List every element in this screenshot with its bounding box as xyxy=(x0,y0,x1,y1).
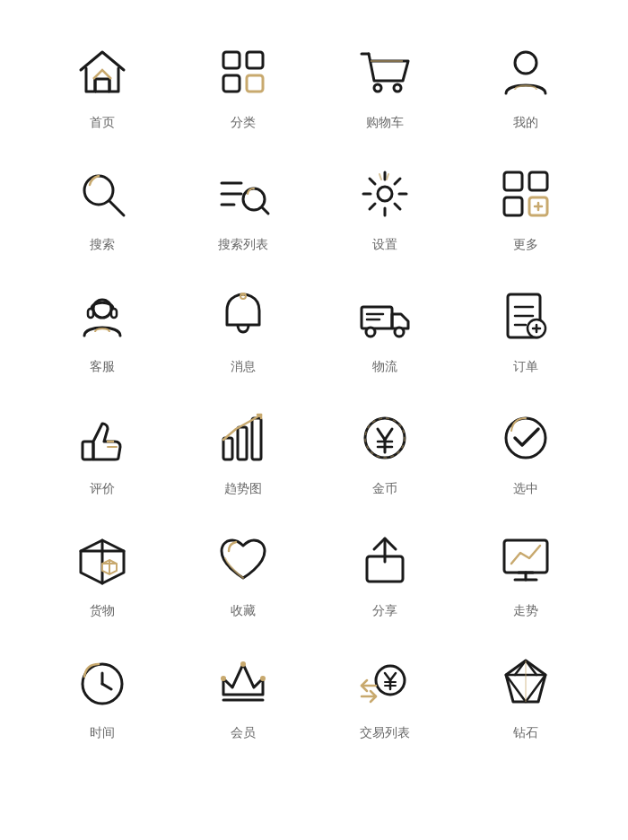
svg-line-13 xyxy=(109,201,124,215)
svg-rect-4 xyxy=(247,52,263,68)
vip-label: 会员 xyxy=(231,725,256,741)
icon-item-home[interactable]: 首页 xyxy=(36,36,169,131)
share-icon xyxy=(349,524,421,596)
trend-chart-label: 趋势图 xyxy=(224,481,262,497)
icon-item-goods[interactable]: 货物 xyxy=(36,524,169,619)
svg-rect-21 xyxy=(529,172,547,190)
svg-rect-28 xyxy=(111,309,117,318)
svg-line-18 xyxy=(262,207,268,214)
message-icon xyxy=(207,280,279,352)
svg-point-19 xyxy=(378,187,392,201)
icon-item-more[interactable]: 更多 xyxy=(460,158,593,253)
icon-item-trend-chart[interactable]: 趋势图 xyxy=(178,402,310,497)
icon-item-settings[interactable]: 设置 xyxy=(318,158,451,253)
svg-point-33 xyxy=(395,328,404,337)
svg-rect-46 xyxy=(252,418,261,459)
customer-service-label: 客服 xyxy=(90,359,115,375)
order-label: 订单 xyxy=(513,359,538,375)
svg-rect-44 xyxy=(223,438,232,459)
svg-rect-27 xyxy=(88,309,93,318)
gold-coin-label: 金币 xyxy=(372,481,397,497)
search-list-icon xyxy=(207,158,279,230)
svg-point-9 xyxy=(394,84,401,92)
svg-rect-3 xyxy=(223,52,240,68)
cart-label: 购物车 xyxy=(366,115,404,131)
trend-icon xyxy=(490,524,562,596)
transaction-list-label: 交易列表 xyxy=(360,725,410,741)
more-icon xyxy=(490,158,562,230)
icon-item-order[interactable]: 订单 xyxy=(460,280,593,375)
svg-point-71 xyxy=(260,676,266,681)
svg-point-70 xyxy=(240,661,246,667)
icon-item-gold-coin[interactable]: 金币 xyxy=(318,402,451,497)
order-icon xyxy=(490,280,562,352)
icon-item-customer-service[interactable]: 客服 xyxy=(36,280,169,375)
mine-icon xyxy=(490,36,562,108)
search-label: 搜索 xyxy=(90,237,115,253)
mine-label: 我的 xyxy=(513,115,538,131)
icon-item-logistics[interactable]: 物流 xyxy=(318,280,451,375)
gold-coin-icon xyxy=(349,402,421,474)
svg-line-49 xyxy=(385,429,392,440)
icon-item-vip[interactable]: 会员 xyxy=(178,646,310,741)
icon-item-trend[interactable]: 走势 xyxy=(460,524,593,619)
icon-item-transaction-list[interactable]: 交易列表 xyxy=(318,646,451,741)
svg-rect-43 xyxy=(83,442,93,459)
selected-icon xyxy=(490,402,562,474)
svg-point-69 xyxy=(221,676,226,681)
svg-rect-5 xyxy=(223,75,240,92)
favorite-label: 收藏 xyxy=(231,603,256,619)
diamond-label: 钻石 xyxy=(513,725,538,741)
icon-item-review[interactable]: 评价 xyxy=(36,402,169,497)
icon-item-selected[interactable]: 选中 xyxy=(460,402,593,497)
svg-line-73 xyxy=(385,673,390,680)
svg-line-74 xyxy=(390,673,396,680)
icon-item-mine[interactable]: 我的 xyxy=(460,36,593,131)
time-label: 时间 xyxy=(90,725,115,741)
goods-icon xyxy=(66,524,138,596)
svg-rect-6 xyxy=(247,75,263,92)
customer-service-icon xyxy=(66,280,138,352)
icon-item-diamond[interactable]: 钻石 xyxy=(460,646,593,741)
trend-chart-icon xyxy=(207,402,279,474)
cart-icon xyxy=(349,36,421,108)
diamond-icon xyxy=(490,646,562,718)
icon-item-message[interactable]: 消息 xyxy=(178,280,310,375)
vip-icon xyxy=(207,646,279,718)
home-icon xyxy=(66,36,138,108)
svg-line-48 xyxy=(378,429,385,440)
icon-item-favorite[interactable]: 收藏 xyxy=(178,524,310,619)
svg-rect-20 xyxy=(504,172,522,190)
icon-item-search[interactable]: 搜索 xyxy=(36,158,169,253)
category-label: 分类 xyxy=(231,115,256,131)
icon-item-share[interactable]: 分享 xyxy=(318,524,451,619)
favorite-icon xyxy=(207,524,279,596)
share-label: 分享 xyxy=(372,603,397,619)
svg-point-11 xyxy=(515,52,536,74)
trend-label: 走势 xyxy=(513,603,538,619)
icon-item-category[interactable]: 分类 xyxy=(178,36,310,131)
icon-item-cart[interactable]: 购物车 xyxy=(318,36,451,131)
settings-label: 设置 xyxy=(372,237,397,253)
logistics-icon xyxy=(349,280,421,352)
review-label: 评价 xyxy=(90,481,115,497)
logistics-label: 物流 xyxy=(372,359,397,375)
transaction-list-icon xyxy=(349,646,421,718)
icon-item-search-list[interactable]: 搜索列表 xyxy=(178,158,310,253)
category-icon xyxy=(207,36,279,108)
selected-label: 选中 xyxy=(513,481,538,497)
goods-label: 货物 xyxy=(90,603,115,619)
svg-rect-22 xyxy=(504,197,522,215)
svg-rect-31 xyxy=(362,307,392,328)
svg-line-67 xyxy=(102,684,111,689)
search-list-label: 搜索列表 xyxy=(218,237,268,253)
icon-item-time[interactable]: 时间 xyxy=(36,646,169,741)
icon-grid: 首页 分类 购物车 xyxy=(36,36,592,741)
svg-point-30 xyxy=(241,293,245,296)
settings-icon xyxy=(349,158,421,230)
search-icon xyxy=(66,158,138,230)
svg-rect-45 xyxy=(238,427,247,459)
more-label: 更多 xyxy=(513,237,538,253)
time-icon xyxy=(66,646,138,718)
svg-point-8 xyxy=(374,84,381,92)
